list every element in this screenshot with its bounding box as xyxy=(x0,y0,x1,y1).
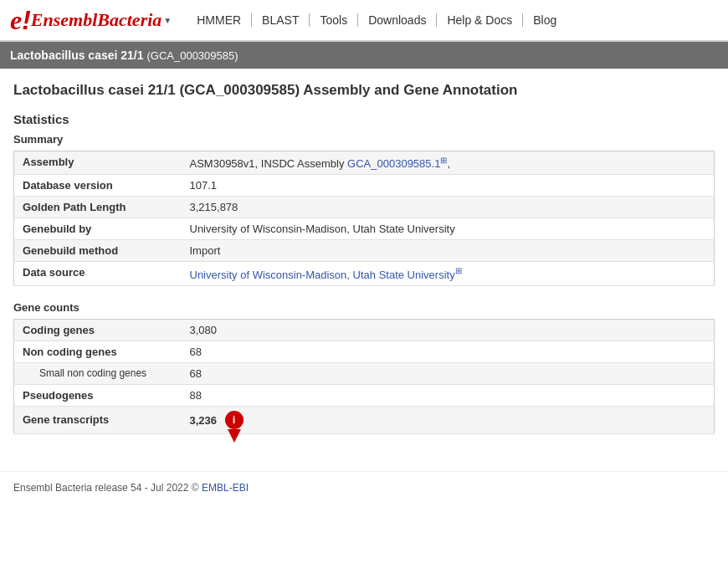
summary-table: Assembly ASM30958v1, INSDC Assembly GCA_… xyxy=(13,151,715,286)
logo-icon: e xyxy=(10,7,22,33)
coding-genes-value: 3,080 xyxy=(182,319,715,341)
nav-item-downloads[interactable]: Downloads xyxy=(358,13,437,27)
breadcrumb-bar: Lactobacillus casei 21/1 (GCA_000309585) xyxy=(0,42,728,69)
golden-path-value: 3,215,878 xyxy=(182,197,715,218)
table-row: Database version 107.1 xyxy=(14,175,715,197)
genebuild-by-value: University of Wisconsin-Madison, Utah St… xyxy=(182,218,715,240)
nav-item-help-docs[interactable]: Help & Docs xyxy=(437,13,523,27)
golden-path-label: Golden Path Length xyxy=(14,197,182,218)
breadcrumb-accession: (GCA_000309585) xyxy=(146,49,238,62)
genebuild-by-label: Genebuild by xyxy=(14,218,182,240)
logo-dropdown-icon[interactable]: ▼ xyxy=(163,16,172,25)
main-content: Lactobacillus casei 21/1 (GCA_000309585)… xyxy=(0,69,728,463)
gene-counts-table: Coding genes 3,080 Non coding genes 68 S… xyxy=(13,319,715,434)
gene-transcripts-label: Gene transcripts xyxy=(14,406,182,433)
footer-text: Ensembl Bacteria release 54 - Jul 2022 © xyxy=(13,482,202,494)
pseudogenes-label: Pseudogenes xyxy=(14,384,182,406)
small-non-coding-value: 68 xyxy=(182,362,715,384)
small-non-coding-label: Small non coding genes xyxy=(14,362,182,384)
logo-exclaim-icon: ! xyxy=(22,7,31,33)
table-row: Pseudogenes 88 xyxy=(14,384,715,406)
genebuild-method-value: Import xyxy=(182,240,715,262)
db-version-label: Database version xyxy=(14,175,182,197)
gene-transcripts-value: 3,236 i xyxy=(182,406,715,433)
nav-item-blast[interactable]: BLAST xyxy=(252,13,310,27)
data-source-value: University of Wisconsin-Madison, Utah St… xyxy=(182,262,715,285)
coding-genes-label: Coding genes xyxy=(14,319,182,341)
table-row: Golden Path Length 3,215,878 xyxy=(14,197,715,218)
table-row: Gene transcripts 3,236 i xyxy=(14,406,715,433)
logo-area[interactable]: e! EnsemblBacteria ▼ xyxy=(10,7,172,33)
non-coding-genes-value: 68 xyxy=(182,341,715,362)
table-row: Coding genes 3,080 xyxy=(14,319,715,341)
pseudogenes-value: 88 xyxy=(182,384,715,406)
assembly-link[interactable]: GCA_000309585.1 xyxy=(347,157,447,170)
badge-arrow xyxy=(228,429,241,443)
nav-item-blog[interactable]: Blog xyxy=(523,13,567,27)
table-row: Non coding genes 68 xyxy=(14,341,715,362)
data-source-label: Data source xyxy=(14,262,182,285)
table-row: Data source University of Wisconsin-Madi… xyxy=(14,262,715,285)
nav-item-hmmer[interactable]: HMMER xyxy=(187,13,252,27)
assembly-value: ASM30958v1, INSDC Assembly GCA_000309585… xyxy=(182,151,715,175)
data-source-link[interactable]: University of Wisconsin-Madison, Utah St… xyxy=(190,269,462,281)
nav-item-tools[interactable]: Tools xyxy=(310,13,358,27)
table-row: Genebuild by University of Wisconsin-Mad… xyxy=(14,218,715,240)
assembly-label: Assembly xyxy=(14,151,182,175)
footer-embl-link[interactable]: EMBL-EBI xyxy=(202,482,249,494)
breadcrumb-organism: Lactobacillus casei xyxy=(10,49,117,62)
breadcrumb-strain-value: 21/1 xyxy=(120,49,143,62)
table-row: Genebuild method Import xyxy=(14,240,715,262)
header: e! EnsemblBacteria ▼ HMMER BLAST Tools D… xyxy=(0,0,728,42)
logo-name: EnsemblBacteria xyxy=(31,9,161,31)
footer: Ensembl Bacteria release 54 - Jul 2022 ©… xyxy=(0,471,728,504)
page-title: Lactobacillus casei 21/1 (GCA_000309585)… xyxy=(13,82,715,99)
statistics-title: Statistics xyxy=(13,112,715,126)
table-row: Small non coding genes 68 xyxy=(14,362,715,384)
non-coding-genes-label: Non coding genes xyxy=(14,341,182,362)
info-badge[interactable]: i xyxy=(225,411,244,429)
navigation: HMMER BLAST Tools Downloads Help & Docs … xyxy=(187,13,567,27)
db-version-value: 107.1 xyxy=(182,175,715,197)
genebuild-method-label: Genebuild method xyxy=(14,240,182,262)
summary-title: Summary xyxy=(13,133,715,146)
gene-counts-title: Gene counts xyxy=(13,301,715,314)
table-row: Assembly ASM30958v1, INSDC Assembly GCA_… xyxy=(14,151,715,175)
